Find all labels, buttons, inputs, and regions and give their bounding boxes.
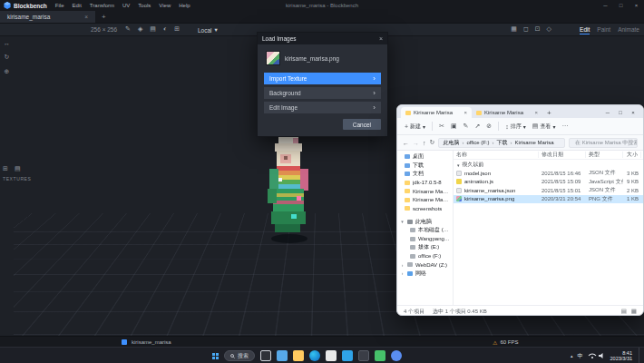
more-icon[interactable]: ⋯ [561,123,568,130]
rename-icon[interactable]: ✎ [463,123,469,130]
up-icon[interactable]: ↑ [423,140,426,146]
menu-help[interactable]: Help [179,3,190,8]
column-size[interactable]: 大小 [623,152,641,158]
breadcrumb-current-folder[interactable]: Kirisame Marisa [515,140,554,145]
file-row-model-json[interactable]: model.json 2021/8/15 16:46 JSON 文件 3 KB [454,169,643,178]
tab-close-icon[interactable]: × [463,110,467,115]
caret-down-icon[interactable]: ▾ [400,219,405,224]
app-icon[interactable] [358,350,369,361]
view-button[interactable]: ▤ 查看 ▾ [532,123,556,131]
file-explorer-icon[interactable] [293,350,304,361]
import-texture-icon[interactable]: ⊞ [3,165,8,172]
clock[interactable]: 8:41 2023/3/31 [610,350,632,361]
delete-icon[interactable]: ⊘ [486,123,492,130]
network-volume-icons[interactable] [588,352,606,359]
column-date[interactable]: 修改日期 [539,152,586,158]
wireframe-toggle-icon[interactable]: ◻ [523,25,529,33]
menu-tools[interactable]: Tools [138,3,151,8]
app-icon[interactable] [342,350,353,361]
widgets-icon[interactable] [277,350,288,361]
brush-tool-icon[interactable]: ◈ [138,25,142,33]
sidebar-item-downloads[interactable]: 下载 [397,162,453,171]
chevron-right-icon[interactable]: › [400,270,405,276]
list-view-toggle-icon[interactable]: ▤ [621,308,627,315]
ime-indicator[interactable]: 中 [578,352,583,360]
cancel-button[interactable]: Cancel [343,119,381,130]
app-icon[interactable] [326,350,337,361]
sort-button[interactable]: ↕ 排序 ▾ [505,123,526,131]
pencil-tool-icon[interactable]: ✎ [125,25,131,33]
breadcrumb-drive[interactable]: office (F:) [466,140,489,145]
dialog-close-icon[interactable]: × [379,35,383,42]
sidebar-item-network[interactable]: ›网络 [397,270,453,279]
mode-tab-paint[interactable]: Paint [597,26,610,34]
sidebar-item-desktop[interactable]: 桌面 [397,152,453,162]
close-button[interactable]: × [627,107,639,117]
group-header[interactable]: ▾ 很久以前 [454,161,643,169]
tab-close-icon[interactable]: × [84,14,88,20]
sidebar-item-drive-f[interactable]: office (F:) [397,252,453,261]
maximize-button[interactable]: □ [613,0,629,11]
cut-icon[interactable]: ✂ [439,123,444,130]
voxel-model-kirisame-marisa[interactable] [266,132,313,249]
file-row-kirisame-png[interactable]: kirisame_marisa.png 2020/3/21 20:54 PNG … [454,195,643,204]
share-icon[interactable]: ↗ [474,123,480,130]
minimize-button[interactable]: ─ [598,0,613,11]
create-texture-icon[interactable]: ▤ [15,165,21,172]
explorer-new-tab-button[interactable]: + [542,109,556,117]
menu-file[interactable]: File [55,3,64,8]
sidebar-item-kirisame-1[interactable]: Kirisame Marisa [397,187,453,196]
show-desktop-button[interactable] [639,348,640,363]
grid-toggle-icon[interactable]: ▦ [511,25,517,33]
dialog-header[interactable]: Load Images × [258,33,387,44]
edge-browser-icon[interactable] [309,350,320,361]
sidebar-item-drive-d[interactable]: Wangpang (D:) [397,235,453,244]
fill-tool-icon[interactable]: ▤ [150,25,156,33]
mode-tab-edit[interactable]: Edit [580,26,590,34]
start-button[interactable] [212,353,219,359]
back-icon[interactable]: ← [403,140,409,146]
column-type[interactable]: 类型 [586,152,623,158]
new-tab-button[interactable]: + [95,11,112,23]
sidebar-item-kirisame-2[interactable]: Kirisame Marisa [397,196,453,205]
task-view-icon[interactable] [260,350,271,361]
menu-uv[interactable]: UV [122,3,130,8]
background-button[interactable]: Background › [264,87,381,99]
new-button[interactable]: + 新建 ▾ [405,123,425,131]
project-tab[interactable]: kirisame_marisa × [0,11,95,23]
menu-transform[interactable]: Transform [90,3,114,8]
taskbar-search[interactable]: 搜索 [224,350,255,361]
sidebar-item-jdk[interactable]: jdk-17.0.5-8 [397,179,453,188]
file-row-animation-js[interactable]: animation.js 2021/8/15 15:09 JavaScript … [454,178,643,187]
move-tool-icon[interactable]: ↔ [4,40,10,46]
screenshot-icon[interactable]: ⊡ [535,25,541,33]
import-texture-button[interactable]: Import Texture › [264,73,381,84]
mode-tab-animate[interactable]: Animate [618,26,639,34]
forward-icon[interactable]: → [413,140,419,146]
tab-close-icon[interactable]: × [534,110,538,115]
eraser-tool-icon[interactable]: ◐ [163,25,167,33]
sidebar-item-this-pc[interactable]: ▾此电脑 [397,218,453,227]
column-name[interactable]: 名称 [454,152,539,158]
menu-edit[interactable]: Edit [73,3,82,8]
menu-view[interactable]: View [159,3,171,8]
sidebar-item-drive-e[interactable]: 媒体 (E:) [397,243,453,252]
copy-icon[interactable]: ▣ [451,123,457,130]
file-list-empty-area[interactable] [454,203,643,305]
sidebar-item-documents[interactable]: 文档 [397,170,453,179]
maximize-button[interactable]: □ [614,107,627,117]
refresh-icon[interactable]: ↻ [430,139,435,146]
sidebar-item-drive-c[interactable]: 本地磁盘 (C:) [397,226,453,235]
app-icon[interactable] [375,350,385,361]
tray-expand-icon[interactable]: ▴ [571,353,573,358]
search-input[interactable]: 在 Kirisame Marisa 中搜索 [569,138,638,148]
camera-angle-icon[interactable]: ◇ [547,25,551,33]
breadcrumb[interactable]: 此电脑 › office (F:) › 下载 › Kirisame Marisa [438,138,565,148]
file-row-kirisame-json[interactable]: kirisame_marisa.json 2021/8/15 15:01 JSO… [454,186,643,195]
minimize-button[interactable]: ─ [601,107,614,117]
color-picker-tool-icon[interactable]: ⊞ [174,25,180,33]
sidebar-item-webdav[interactable]: ›WebDAV (Z:) [397,260,453,270]
explorer-tab-2[interactable]: Kirisame Marisa × [472,107,542,118]
explorer-tab-1[interactable]: Kirisame Marisa × [401,107,472,118]
chevron-right-icon[interactable]: › [400,262,405,268]
